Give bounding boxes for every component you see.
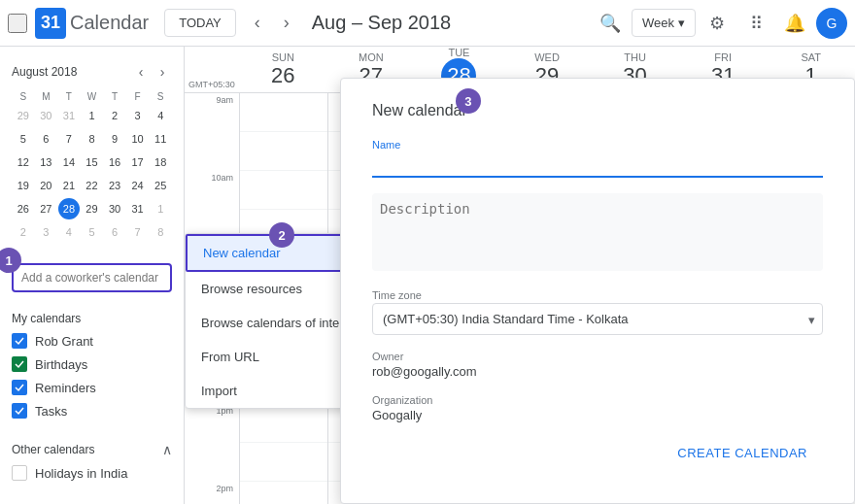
nav-next-button[interactable]: ›	[273, 10, 300, 37]
week-row: 12 13 14 15 16 17 18	[12, 151, 172, 174]
day-cell[interactable]: 21	[58, 175, 80, 196]
day-header: F	[126, 89, 150, 104]
today-button[interactable]: TODAY	[164, 9, 236, 37]
cal-row	[240, 93, 327, 132]
day-cell[interactable]: 7	[58, 128, 80, 150]
dialog-title: New calendar	[372, 102, 467, 118]
other-calendars-section: Other calendars ∧ Holidays in India	[0, 430, 184, 492]
dialog-title-row: New calendar 3	[372, 102, 467, 119]
calendar-item-reminders[interactable]: Reminders	[0, 376, 184, 399]
menu-icon[interactable]	[8, 14, 27, 33]
calendar-item-birthdays[interactable]: Birthdays	[0, 353, 184, 376]
checkbox-tasks[interactable]	[12, 403, 27, 419]
day-cell-today[interactable]: 28	[58, 198, 80, 219]
day-cell[interactable]: 3	[35, 221, 56, 243]
day-cell[interactable]: 30	[35, 105, 56, 126]
date-range: Aug – Sep 2018	[312, 12, 451, 34]
other-calendars-header: Other calendars ∧	[0, 438, 184, 461]
new-calendar-dialog: New calendar 3 Name Time zone (GMT+05:30…	[340, 78, 855, 504]
day-cell[interactable]: 22	[81, 175, 102, 196]
day-cell[interactable]: 14	[58, 151, 80, 173]
day-cell[interactable]: 24	[127, 175, 149, 196]
my-calendars-section: My calendars Rob Grant Birthdays Reminde…	[0, 300, 184, 430]
time-empty1	[185, 132, 239, 171]
day-cell[interactable]: 6	[35, 128, 56, 150]
nav-prev-button[interactable]: ‹	[244, 10, 271, 37]
day-cell[interactable]: 8	[150, 221, 171, 243]
day-cell[interactable]: 5	[81, 221, 102, 243]
avatar[interactable]: G	[816, 8, 847, 39]
day-cell[interactable]: 19	[13, 175, 34, 196]
checkbox-rob-grant[interactable]	[12, 333, 27, 349]
add-coworker-input[interactable]	[21, 271, 162, 285]
day-cell[interactable]: 31	[127, 198, 149, 219]
mini-cal-prev[interactable]: ‹	[131, 62, 151, 82]
checkbox-birthdays[interactable]	[12, 356, 27, 372]
calendar-item-rob-grant[interactable]: Rob Grant	[0, 329, 184, 353]
calendar-label-tasks: Tasks	[35, 404, 67, 419]
mini-cal-grid: S M T W T F S 29 30 31 1 2 3 4	[12, 89, 172, 244]
time-9am: 9am	[185, 93, 239, 132]
mini-cal-next[interactable]: ›	[153, 62, 172, 82]
day-cell[interactable]: 12	[13, 151, 34, 173]
day-cell[interactable]: 11	[150, 128, 171, 150]
time-2pm: 2pm	[185, 482, 239, 504]
search-icon[interactable]: 🔍	[593, 6, 628, 41]
sidebar: August 2018 ‹ › S M T W T F S 29	[0, 47, 185, 504]
bell-icon[interactable]: 🔔	[777, 6, 812, 41]
day-cell[interactable]: 1	[81, 105, 102, 126]
day-cell[interactable]: 9	[104, 128, 125, 150]
day-cell[interactable]: 4	[150, 105, 171, 126]
day-cell[interactable]: 18	[150, 151, 171, 173]
day-cell[interactable]: 3	[127, 105, 149, 126]
day-cell[interactable]: 6	[104, 221, 125, 243]
day-cell[interactable]: 13	[35, 151, 56, 173]
day-cell[interactable]: 27	[35, 198, 56, 219]
day-cell[interactable]: 30	[104, 198, 125, 219]
calendar-label-holidays: Holidays in India	[35, 466, 127, 481]
day-cell[interactable]: 2	[13, 221, 34, 243]
checkbox-reminders[interactable]	[12, 380, 27, 395]
day-cell[interactable]: 25	[150, 175, 171, 196]
other-calendars-collapse[interactable]: ∧	[162, 442, 172, 457]
mini-calendar: August 2018 ‹ › S M T W T F S 29	[0, 54, 184, 252]
cal-header-sun[interactable]: SUN 26	[239, 47, 327, 93]
day-cell[interactable]: 26	[13, 198, 34, 219]
day-cell[interactable]: 8	[81, 128, 102, 150]
day-cell[interactable]: 17	[127, 151, 149, 173]
calendar-item-holidays[interactable]: Holidays in India	[0, 461, 184, 485]
day-header: W	[81, 89, 104, 104]
day-cell[interactable]: 20	[35, 175, 56, 196]
day-cell[interactable]: 16	[104, 151, 125, 173]
calendar-item-tasks[interactable]: Tasks	[0, 399, 184, 422]
calendar-label-birthdays: Birthdays	[35, 357, 87, 372]
day-cell[interactable]: 5	[13, 128, 34, 150]
day-cell[interactable]: 7	[127, 221, 149, 243]
grid-icon[interactable]: ⠿	[738, 6, 773, 41]
time-10am: 10am	[185, 171, 239, 210]
day-header: S	[149, 89, 172, 104]
day-header: T	[57, 89, 81, 104]
name-input[interactable]	[372, 152, 823, 178]
checkbox-holidays[interactable]	[12, 465, 27, 481]
day-cell[interactable]: 2	[104, 105, 125, 126]
day-cell[interactable]: 29	[81, 198, 102, 219]
day-cell[interactable]: 10	[127, 128, 149, 150]
mini-cal-header: August 2018 ‹ ›	[12, 62, 172, 82]
create-calendar-button[interactable]: CREATE CALENDAR	[662, 438, 823, 468]
day-cell[interactable]: 29	[13, 105, 34, 126]
day-cell[interactable]: 15	[81, 151, 102, 173]
day-cell[interactable]: 4	[58, 221, 80, 243]
timezone-select[interactable]: (GMT+05:30) India Standard Time - Kolkat…	[372, 303, 823, 335]
gmt-label: GMT+05:30	[185, 47, 239, 93]
logo-box: 31	[35, 8, 66, 39]
owner-value: rob@googally.com	[372, 364, 823, 379]
week-selector[interactable]: Week ▾	[632, 9, 696, 37]
description-textarea[interactable]	[372, 193, 823, 271]
calendar-area: GMT+05:30 SUN 26 MON 27 TUE 28 WED 29 TH…	[185, 47, 855, 504]
day-header: M	[35, 89, 58, 104]
day-cell[interactable]: 1	[150, 198, 171, 219]
settings-icon[interactable]: ⚙	[700, 6, 735, 41]
day-cell[interactable]: 31	[58, 105, 80, 126]
day-cell[interactable]: 23	[104, 175, 125, 196]
